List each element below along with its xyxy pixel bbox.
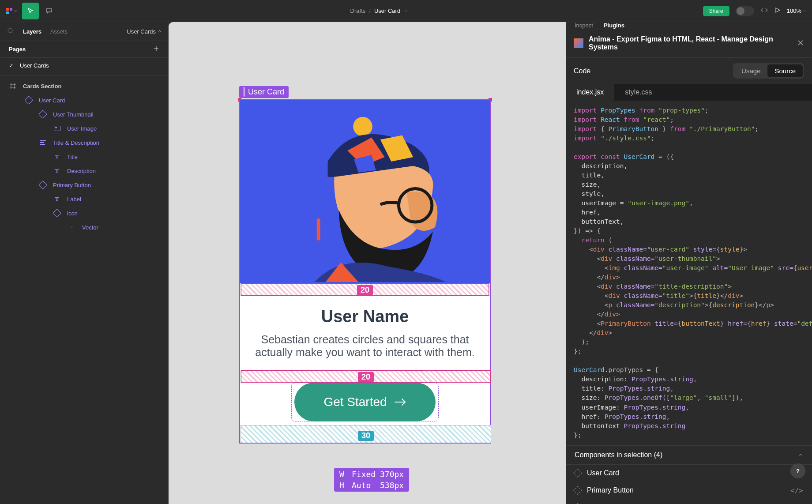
layer-title-description[interactable]: Title & Description [0,135,168,150]
component-item[interactable]: icon</> [566,499,812,504]
size-annotation: WFixed370px HAuto538px [334,468,409,492]
card-title: User Name [253,307,477,326]
chevron-down-icon [803,9,807,13]
autolayout-icon [39,139,47,147]
component-icon [39,181,47,189]
card-description: Sebastian creates circles and squares th… [253,333,477,359]
code-viewer[interactable]: import PropTypes from "prop-types"; impo… [566,101,812,445]
search-icon[interactable] [7,27,14,36]
anima-logo-icon [574,38,583,48]
chevron-up-icon [798,452,803,458]
inspector-panel: Inspect Plugins Anima - Export Figma to … [566,22,812,504]
tab-assets[interactable]: Assets [50,28,68,35]
user-image-illustration [240,100,490,282]
layer-user-thumbnail[interactable]: User Thumbnail [0,107,168,121]
svg-rect-2 [6,11,9,14]
frame-label-chip[interactable]: User Card [239,86,289,98]
component-icon [244,87,244,97]
spacing-label: 20 [358,372,374,382]
share-button[interactable]: Share [703,6,729,16]
move-tool-button[interactable] [22,3,39,19]
comments-button[interactable] [42,4,56,18]
breadcrumb-current: User Card [374,8,400,14]
breadcrumb-root: Drafts [350,8,366,14]
cursor-icon [26,7,34,15]
chevron-down-icon [404,9,408,13]
figma-menu-button[interactable] [5,4,19,18]
components-header[interactable]: Components in selection (4) [566,445,812,465]
page-component-dropdown[interactable]: User Cards [127,28,161,35]
layer-description[interactable]: TDescription [0,164,168,178]
help-button[interactable]: ? [790,463,805,478]
layer-label[interactable]: TLabel [0,192,168,206]
tab-inspect[interactable]: Inspect [575,22,593,29]
component-icon [39,110,47,118]
breadcrumb[interactable]: Drafts / User Card [56,8,703,14]
file-tab-css[interactable]: style.css [614,84,662,101]
title-description: User Name Sebastian creates circles and … [240,296,490,370]
dev-handoff-icon[interactable] [760,6,768,15]
svg-point-3 [8,28,12,33]
layer-tree: Cards Section User Card User Thumbnail U… [0,75,168,238]
plus-icon [153,45,159,52]
figma-logo-icon [6,8,12,14]
svg-rect-1 [10,8,12,11]
close-icon [797,39,804,46]
code-section-label: Code [574,67,729,75]
close-plugin-button[interactable] [797,39,804,48]
layer-user-image[interactable]: User Image [0,121,168,135]
dev-mode-toggle[interactable] [736,6,754,16]
tab-plugins[interactable]: Plugins [604,22,624,29]
spacing-label: 30 [358,431,374,441]
button-area: Get Started [240,383,490,425]
component-icon [573,486,582,495]
chevron-down-icon [14,9,18,13]
layers-panel: Layers Assets User Cards Pages ✓ User Ca… [0,22,169,504]
layer-user-card[interactable]: User Card [0,93,168,107]
text-icon: T [53,167,61,175]
code-view-segmented: Usage Source [733,63,804,79]
pages-header[interactable]: Pages [0,41,168,58]
component-code-button[interactable]: </> [790,486,803,495]
file-tabs: index.jsx style.css [566,84,812,101]
frame-icon [9,82,17,90]
zoom-dropdown[interactable]: 100% [787,8,807,14]
component-icon [25,96,33,104]
page-item[interactable]: ✓ User Cards [0,58,168,75]
text-icon: T [53,195,61,203]
breadcrumb-separator: / [369,8,371,14]
layer-title[interactable]: TTitle [0,150,168,164]
file-tab-jsx[interactable]: index.jsx [566,84,614,101]
seg-usage[interactable]: Usage [734,64,767,77]
component-icon [573,469,582,478]
svg-rect-0 [6,8,9,11]
canvas[interactable]: User Card [169,22,566,504]
tab-layers[interactable]: Layers [23,28,41,35]
plugin-title: Anima - Export Figma to HTML, React - Ma… [589,35,792,51]
layer-primary-button[interactable]: Primary Button [0,178,168,192]
user-thumbnail [240,100,490,283]
layer-frame-cards-section[interactable]: Cards Section [0,79,168,93]
plugin-header: Anima - Export Figma to HTML, React - Ma… [566,29,812,58]
selection-dashed [291,383,439,421]
chat-icon [45,7,53,15]
layer-vector[interactable]: →Vector [0,220,168,234]
image-icon [53,124,61,132]
text-icon: T [53,153,61,161]
component-item[interactable]: Primary Button</> [566,482,812,499]
seg-source[interactable]: Source [767,64,803,77]
component-item[interactable]: User Card</> [566,465,812,482]
check-icon: ✓ [9,62,14,69]
layer-icon[interactable]: icon [0,206,168,220]
svg-rect-7 [317,218,320,241]
user-card-frame[interactable]: 20 User Name Sebastian creates circles a… [239,99,491,444]
svg-point-5 [353,117,372,136]
top-toolbar: Drafts / User Card Share 100% [0,0,812,22]
chevron-up-icon [158,30,161,33]
add-page-button[interactable] [153,45,159,53]
component-icon [53,209,61,217]
spacing-label: 20 [357,285,373,295]
vector-icon: → [68,223,76,231]
present-button[interactable] [774,7,781,15]
